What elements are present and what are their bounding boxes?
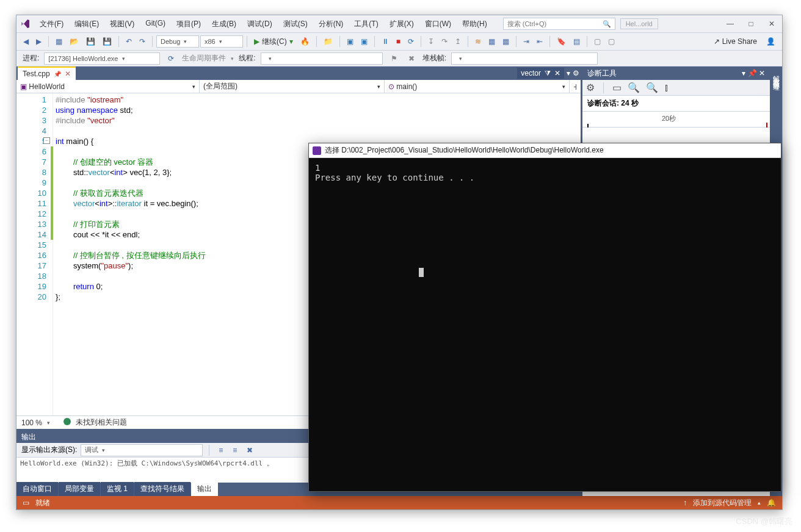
pause-icon[interactable]: ⏸	[379, 35, 392, 48]
search-box[interactable]: 搜索 (Ctrl+Q) 🔍	[503, 18, 615, 30]
menu-item[interactable]: 帮助(H)	[457, 16, 492, 32]
tool-b-icon[interactable]: ▣	[358, 35, 371, 48]
nav-fwd-button[interactable]: ▶	[33, 35, 45, 48]
nav-search-pill[interactable]: vector ⧩ ✕	[517, 68, 564, 79]
gear-icon[interactable]: ⚙	[573, 69, 579, 77]
hot-reload-icon[interactable]: 🔥	[297, 35, 313, 48]
close-button[interactable]: ✕	[761, 15, 782, 32]
platform-combo[interactable]: x86▾	[200, 35, 243, 48]
live-share-icon: ↗	[714, 37, 720, 46]
output-src-combo[interactable]: 调试▾	[81, 444, 203, 456]
output-tab[interactable]: 查找符号结果	[134, 482, 190, 496]
lifecycle-label: 生命周期事件	[182, 53, 226, 63]
diag-header: 诊断工具 ▾ 📌 ✕	[582, 66, 770, 80]
tool-a-icon[interactable]: ▣	[344, 35, 357, 48]
menu-item[interactable]: 编辑(E)	[70, 16, 104, 32]
stack-combo[interactable]: ▾	[451, 52, 598, 65]
project-pill[interactable]: Hel...orld	[620, 18, 658, 29]
diag-close-icon[interactable]: ✕	[759, 69, 765, 77]
redo-button[interactable]: ↷	[136, 35, 148, 48]
diag-gear-icon[interactable]: ⚙	[586, 82, 595, 93]
out-tool2-icon[interactable]: ≡	[230, 444, 240, 457]
console-title-bar[interactable]: 选择 D:\002_Project\006_Visual_Studio\Hell…	[309, 143, 781, 158]
menu-item[interactable]: 分析(N)	[314, 16, 349, 32]
step-over-icon[interactable]: ↷	[438, 35, 451, 48]
admin-icon[interactable]: 👤	[763, 35, 778, 48]
thread-label: 线程:	[239, 53, 255, 63]
bell-icon[interactable]: 🔔	[767, 498, 776, 507]
scm-up-icon: ↑	[683, 498, 687, 507]
output-tab[interactable]: 局部变量	[59, 482, 100, 496]
menu-item[interactable]: 文件(F)	[35, 16, 68, 32]
pin-icon[interactable]: 📌	[54, 71, 61, 77]
box2-icon[interactable]: ▢	[605, 35, 618, 48]
menu-item[interactable]: 窗口(W)	[420, 16, 456, 32]
diag-timeline[interactable]: 20秒	[582, 112, 770, 128]
menu-item[interactable]: 生成(B)	[207, 16, 241, 32]
menu-item[interactable]: Git(G)	[140, 16, 170, 32]
save-all-button[interactable]: 💾	[100, 35, 115, 48]
menu-item[interactable]: 调试(D)	[242, 16, 277, 32]
diag-zoomin-icon[interactable]: 🔍	[628, 82, 640, 93]
pill-close-icon[interactable]: ✕	[554, 69, 560, 77]
document-tab[interactable]: Test.cpp 📌 ✕	[18, 66, 76, 80]
thread-tool-icon[interactable]: ⚑	[388, 52, 400, 65]
lifecycle-icon[interactable]: ⟳	[165, 52, 177, 65]
split-icon[interactable]: ⫞	[570, 80, 581, 93]
console-body[interactable]: 1 Press any key to continue . . .	[309, 158, 781, 491]
step-into-icon[interactable]: ↧	[425, 35, 437, 48]
scope-global[interactable]: (全局范围)▾	[200, 80, 385, 93]
scm-label[interactable]: 添加到源代码管理	[693, 498, 752, 508]
live-share-button[interactable]: ↗ Live Share	[709, 37, 762, 46]
restart-icon[interactable]: ⟳	[405, 35, 417, 48]
zoom-level[interactable]: 100 %	[21, 419, 42, 427]
outdent-icon[interactable]: ⇤	[534, 35, 546, 48]
process-combo[interactable]: [21736] HelloWorld.exe▾	[44, 52, 160, 65]
indent-icon[interactable]: ⇥	[520, 35, 532, 48]
misc2-icon[interactable]: ▦	[485, 35, 498, 48]
menu-item[interactable]: 视图(V)	[105, 16, 139, 32]
thread-tool2-icon[interactable]: ✖	[405, 52, 418, 65]
bookmark-icon[interactable]: 🔖	[554, 35, 569, 48]
diag-pin-icon[interactable]: ▾	[742, 69, 745, 77]
dropdown-icon[interactable]: ▾	[567, 69, 570, 77]
comment-icon[interactable]: ▤	[570, 35, 583, 48]
diag-chart-icon[interactable]: ▭	[612, 82, 622, 93]
scope-function[interactable]: ⊙ main()▾	[385, 80, 570, 93]
tab-close-icon[interactable]: ✕	[65, 70, 71, 78]
diag-pin2-icon[interactable]: 📌	[748, 69, 757, 77]
thread-combo[interactable]: ▾	[261, 52, 383, 65]
continue-button[interactable]: ▶ 继续(C) ▾	[251, 34, 296, 49]
menu-item[interactable]: 项目(P)	[172, 16, 206, 32]
live-share-label: Live Share	[722, 37, 757, 46]
out-tool1-icon[interactable]: ≡	[216, 444, 226, 457]
output-title: 输出	[21, 432, 36, 442]
code-nav-bar: ▣ HelloWorld▾ (全局范围)▾ ⊙ main()▾ ⫞	[16, 80, 581, 93]
diag-graph-icon[interactable]: ⫿	[664, 82, 669, 93]
menu-item[interactable]: 扩展(X)	[385, 16, 419, 32]
misc1-icon[interactable]: ≋	[472, 35, 484, 48]
new-button[interactable]: ▦	[53, 35, 65, 48]
misc3-icon[interactable]: ▦	[499, 35, 512, 48]
maximize-button[interactable]: □	[741, 15, 761, 32]
diag-zoomout-icon[interactable]: 🔍	[646, 82, 658, 93]
box1-icon[interactable]: ▢	[591, 35, 604, 48]
menu-item[interactable]: 测试(S)	[278, 16, 313, 32]
stop-icon[interactable]: ■	[393, 35, 404, 48]
save-button[interactable]: 💾	[83, 35, 98, 48]
scope-project[interactable]: ▣ HelloWorld▾	[16, 80, 200, 93]
output-tab[interactable]: 自动窗口	[16, 482, 58, 496]
out-tool3-icon[interactable]: ✖	[244, 444, 256, 457]
open-button[interactable]: 📂	[67, 35, 82, 48]
output-tab[interactable]: 监视 1	[101, 482, 134, 496]
nav-back-button[interactable]: ◀	[20, 35, 32, 48]
undo-button[interactable]: ↶	[123, 35, 135, 48]
folder-icon[interactable]: 📁	[321, 35, 336, 48]
tab-filename: Test.cpp	[23, 70, 50, 78]
menu-item[interactable]: 工具(T)	[349, 16, 383, 32]
step-out-icon[interactable]: ↥	[452, 35, 464, 48]
output-tab[interactable]: 输出	[191, 482, 218, 496]
minimize-button[interactable]: —	[720, 15, 741, 32]
main-menu: 文件(F)编辑(E)视图(V)Git(G)项目(P)生成(B)调试(D)测试(S…	[35, 16, 492, 32]
config-combo[interactable]: Debug▾	[156, 35, 199, 48]
